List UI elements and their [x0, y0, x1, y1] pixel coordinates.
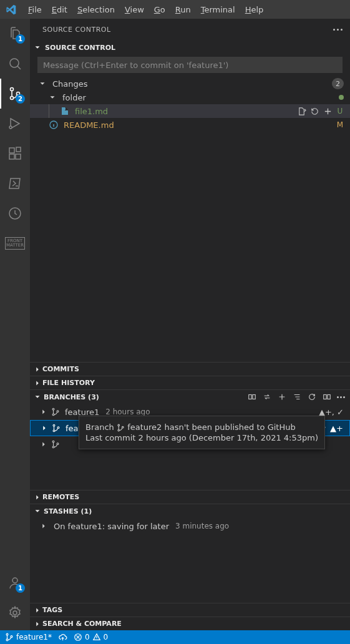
tags-section-header[interactable]: TAGS: [30, 603, 350, 617]
chevron-right-icon: [39, 423, 49, 433]
switch-icon[interactable]: [262, 392, 272, 402]
changed-file-row[interactable]: README.md M: [30, 118, 350, 132]
menu-selection[interactable]: Selection: [73, 2, 119, 17]
tree-guide: [49, 104, 55, 118]
file-history-section-header[interactable]: FILE HISTORY: [30, 376, 350, 389]
vscode-logo-icon: [5, 4, 16, 15]
branch-time: 2 hours ago: [105, 407, 150, 416]
extensions-icon[interactable]: [0, 139, 30, 168]
branch-icon: [51, 407, 60, 416]
stash-row[interactable]: On feature1: saving for later 3 minutes …: [30, 518, 350, 534]
discard-icon[interactable]: [310, 107, 319, 116]
activity-bar: 1 2 FRONTMATTER: [0, 19, 30, 630]
copy-layout-icon[interactable]: [322, 392, 332, 402]
status-branch[interactable]: feature1*: [5, 633, 52, 642]
stashes-section: STASHES (1) On feature1: saving for late…: [30, 504, 350, 603]
error-icon: [74, 633, 82, 642]
svg-point-11: [13, 611, 17, 615]
svg-point-25: [57, 443, 59, 445]
menu-file[interactable]: File: [24, 2, 46, 17]
chevron-down-icon: [32, 42, 42, 52]
svg-point-22: [57, 427, 59, 429]
svg-rect-8: [16, 147, 21, 152]
chevron-right-icon: [39, 407, 49, 417]
warning-icon: [92, 633, 101, 642]
commits-section-header[interactable]: COMMITS: [30, 362, 350, 376]
explorer-badge: 1: [16, 34, 25, 44]
status-bar: feature1* 0 0: [0, 630, 350, 644]
stage-plus-icon[interactable]: [323, 107, 333, 116]
menu-run[interactable]: Run: [171, 2, 195, 17]
run-debug-icon[interactable]: [0, 109, 30, 139]
accounts-badge: 1: [16, 583, 25, 593]
chevron-right-icon: [32, 364, 42, 374]
tooltip-line1: Branch feature2 hasn't been published to…: [85, 422, 318, 432]
scm-repo-header[interactable]: SOURCE CONTROL: [30, 41, 350, 54]
branch-indicator: ▲+: [330, 424, 343, 433]
chevron-down-icon: [32, 506, 42, 516]
frontmatter-icon[interactable]: FRONTMATTER: [0, 228, 30, 258]
changes-header[interactable]: Changes 2: [30, 77, 350, 90]
settings-gear-icon[interactable]: [0, 598, 30, 628]
status-problems[interactable]: 0 0: [74, 633, 108, 642]
plus-icon[interactable]: [277, 392, 287, 402]
layout-icon[interactable]: [247, 392, 257, 402]
svg-rect-7: [16, 154, 21, 159]
svg-point-30: [6, 639, 8, 641]
menu-terminal[interactable]: Terminal: [197, 2, 240, 17]
stash-name: On feature1: saving for later: [54, 522, 169, 531]
source-control-icon[interactable]: 2: [0, 79, 30, 109]
branches-more-icon[interactable]: [337, 396, 345, 398]
branch-tooltip: Branch feature2 hasn't been published to…: [79, 416, 325, 449]
chevron-right-icon: [32, 605, 42, 615]
refresh-icon[interactable]: [307, 392, 317, 402]
folder-name: folder: [62, 93, 336, 102]
svg-point-26: [118, 424, 120, 426]
svg-point-20: [53, 424, 55, 426]
chevron-down-icon: [32, 392, 42, 402]
open-file-icon[interactable]: [297, 107, 306, 116]
svg-rect-5: [9, 148, 14, 153]
chevron-down-icon: [47, 92, 57, 102]
changes-count: 2: [332, 78, 344, 89]
panel-more-icon[interactable]: [333, 29, 343, 31]
title-bar: File Edit Selection View Go Run Terminal…: [0, 0, 350, 19]
list-icon[interactable]: [292, 392, 302, 402]
chevron-down-icon: [37, 79, 47, 89]
menu-view[interactable]: View: [120, 2, 148, 17]
search-compare-section-header[interactable]: SEARCH & COMPARE: [30, 617, 350, 630]
svg-rect-14: [253, 395, 255, 399]
tooltip-line2: Last commit 2 hours ago (December 17th, …: [85, 433, 318, 442]
stashes-header[interactable]: STASHES (1): [30, 504, 350, 518]
changed-file-row[interactable]: file1.md U: [30, 104, 350, 118]
svg-rect-6: [9, 154, 14, 159]
svg-point-17: [52, 408, 54, 410]
changes-folder[interactable]: folder: [30, 90, 350, 104]
menu-help[interactable]: Help: [241, 2, 268, 17]
svg-point-2: [11, 97, 14, 100]
svg-point-28: [122, 426, 124, 428]
menu-edit[interactable]: Edit: [47, 2, 72, 17]
branch-icon: [5, 633, 14, 642]
accounts-icon[interactable]: 1: [0, 568, 30, 598]
live-server-icon[interactable]: [0, 198, 30, 228]
remotes-section-header[interactable]: REMOTES: [30, 490, 350, 504]
file-history-label: FILE HISTORY: [42, 379, 95, 387]
commit-message-input[interactable]: [37, 57, 343, 73]
explorer-icon[interactable]: 1: [0, 19, 30, 49]
status-errors: 0: [85, 633, 90, 642]
status-sync[interactable]: [58, 633, 67, 642]
powershell-icon[interactable]: [0, 168, 30, 198]
branches-actions: [247, 392, 345, 402]
svg-rect-16: [328, 395, 330, 399]
svg-point-1: [11, 88, 14, 91]
menu-go[interactable]: Go: [150, 2, 170, 17]
scm-repo-section: SOURCE CONTROL Changes 2 folder: [30, 41, 350, 132]
file-actions: [297, 107, 333, 116]
chevron-right-icon: [39, 521, 49, 531]
stash-time: 3 minutes ago: [175, 522, 229, 530]
svg-point-18: [52, 414, 54, 416]
search-icon[interactable]: [0, 49, 30, 79]
chevron-right-icon: [32, 492, 42, 502]
branches-header[interactable]: BRANCHES (3): [30, 390, 350, 404]
